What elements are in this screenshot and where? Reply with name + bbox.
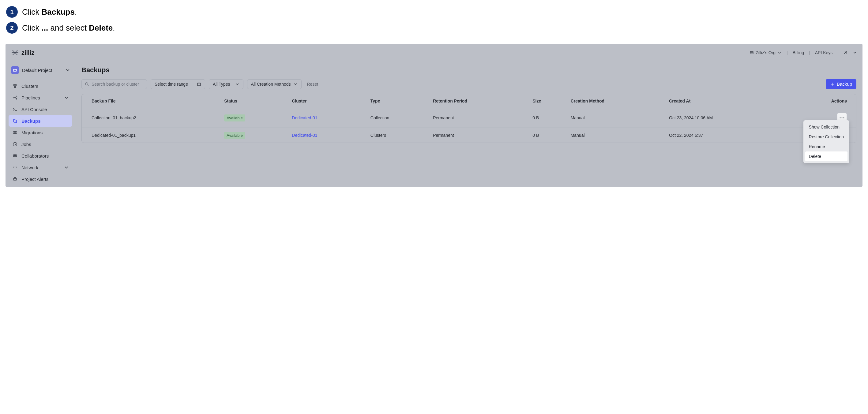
org-name: Zilliz's Org — [756, 50, 776, 55]
menu-restore-collection[interactable]: Restore Collection — [805, 132, 847, 142]
cell-cmethod: Manual — [567, 108, 665, 128]
cell-size: 0 B — [529, 128, 567, 143]
col-size: Size — [529, 94, 567, 108]
menu-show-collection[interactable]: Show Collection — [805, 122, 847, 132]
sidebar-item-pipelines[interactable]: Pipelines — [8, 92, 72, 103]
sidebar-item-label: Collaborators — [22, 153, 49, 159]
menu-delete[interactable]: Delete — [805, 152, 847, 161]
ins2-a: Click — [22, 23, 42, 32]
cell-retention: Permanent — [429, 108, 529, 128]
col-file: Backup File — [82, 94, 220, 108]
types-label: All Types — [213, 82, 230, 87]
time-range-button[interactable]: Select time range — [151, 79, 205, 89]
instruction-step-2: 2 Click ... and select Delete. — [6, 22, 862, 34]
content: Backups Select time range All Types All … — [75, 61, 863, 187]
reset-button[interactable]: Reset — [305, 82, 320, 87]
col-status: Status — [220, 94, 288, 108]
cell-type: Clusters — [367, 128, 429, 143]
svg-point-20 — [86, 83, 88, 85]
app-frame: zilliz Zilliz's Org | Billing | API Keys… — [5, 44, 863, 187]
search-input-wrap[interactable] — [82, 79, 147, 89]
ins1-b: Backups — [42, 7, 75, 17]
col-cluster: Cluster — [288, 94, 367, 108]
network-icon — [12, 165, 18, 170]
cell-file: Dedicated-01_backup1 — [82, 128, 220, 143]
sidebar-item-clusters[interactable]: Clusters — [8, 80, 72, 92]
svg-point-10 — [13, 97, 14, 98]
step-bullet-1: 1 — [6, 6, 18, 18]
svg-point-12 — [16, 98, 17, 99]
sidebar-item-collaborators[interactable]: Collaborators — [8, 150, 72, 162]
sidebar-item-label: Network — [22, 165, 38, 170]
instructions: 1 Click Backups. 2 Click ... and select … — [0, 0, 868, 44]
user-menu[interactable] — [843, 51, 848, 55]
cell-type: Collection — [367, 108, 429, 128]
context-menu: Show Collection Restore Collection Renam… — [803, 120, 849, 163]
calendar-icon — [197, 82, 201, 86]
cell-cmethod: Manual — [567, 128, 665, 143]
sidebar-item-label: Jobs — [22, 142, 31, 147]
cell-created: Oct 22, 2024 6:37 — [665, 128, 788, 143]
col-type: Type — [367, 94, 429, 108]
cluster-link[interactable]: Dedicated-01 — [292, 133, 317, 138]
chevron-down-icon — [64, 165, 69, 169]
billing-link[interactable]: Billing — [793, 50, 804, 55]
ins1-a: Click — [22, 7, 42, 17]
jobs-icon — [12, 141, 18, 147]
sidebar-item-jobs[interactable]: Jobs — [8, 138, 72, 150]
svg-point-11 — [16, 96, 17, 97]
svg-point-23 — [842, 118, 843, 119]
sidebar: Default Project Clusters Pipelines API C… — [5, 61, 75, 187]
sidebar-item-backups[interactable]: Backups — [8, 115, 72, 127]
step-bullet-2: 2 — [6, 22, 18, 34]
table-wrap: Backup File Status Cluster Type Retentio… — [82, 94, 856, 143]
chevron-down-icon — [853, 51, 857, 55]
svg-rect-14 — [13, 131, 15, 134]
sidebar-item-project-alerts[interactable]: Project Alerts — [8, 173, 72, 185]
sidebar-item-migrations[interactable]: Migrations — [8, 127, 72, 138]
project-selector[interactable]: Default Project — [8, 63, 72, 77]
table-row: Dedicated-01_backup1 Available Dedicated… — [82, 128, 856, 143]
status-badge: Available — [224, 115, 245, 122]
ins1-c: . — [75, 7, 77, 17]
menu-rename[interactable]: Rename — [805, 142, 847, 152]
sidebar-item-label: Pipelines — [22, 95, 40, 100]
creation-methods-dropdown[interactable]: All Creation Methods — [247, 79, 302, 89]
brand[interactable]: zilliz — [11, 49, 34, 57]
ins2-b: ... — [42, 23, 49, 32]
svg-point-18 — [15, 155, 17, 156]
col-retention: Retention Period — [429, 94, 529, 108]
backups-icon — [12, 118, 18, 124]
table-row: Collection_01_backup2 Available Dedicate… — [82, 108, 856, 128]
cell-file: Collection_01_backup2 — [82, 108, 220, 128]
org-selector[interactable]: Zilliz's Org — [749, 50, 782, 55]
cluster-link[interactable]: Dedicated-01 — [292, 115, 317, 120]
ins2-d: Delete — [89, 23, 113, 32]
svg-rect-21 — [197, 83, 200, 86]
svg-rect-15 — [15, 131, 17, 134]
sidebar-item-label: API Console — [22, 107, 47, 112]
topbar: zilliz Zilliz's Org | Billing | API Keys… — [5, 44, 863, 61]
migrations-icon — [12, 130, 18, 135]
cell-retention: Permanent — [429, 128, 529, 143]
col-actions: Actions — [788, 94, 856, 108]
sidebar-item-network[interactable]: Network — [8, 162, 72, 173]
backup-button[interactable]: Backup — [826, 79, 856, 89]
search-input[interactable] — [92, 82, 144, 87]
api-keys-link[interactable]: API Keys — [815, 50, 833, 55]
cell-size: 0 B — [529, 108, 567, 128]
chevron-down-icon — [64, 95, 69, 100]
brand-logo-icon — [11, 49, 19, 57]
collaborators-icon — [12, 153, 18, 159]
svg-rect-19 — [13, 179, 17, 180]
types-dropdown[interactable]: All Types — [209, 79, 243, 89]
creation-methods-label: All Creation Methods — [251, 82, 291, 87]
svg-rect-4 — [750, 52, 753, 54]
svg-point-24 — [843, 118, 844, 119]
sidebar-item-label: Clusters — [22, 84, 38, 89]
svg-point-7 — [13, 84, 14, 85]
terminal-icon — [12, 106, 18, 112]
folder-icon — [11, 66, 19, 74]
sidebar-item-api-console[interactable]: API Console — [8, 103, 72, 115]
search-icon — [85, 82, 89, 86]
